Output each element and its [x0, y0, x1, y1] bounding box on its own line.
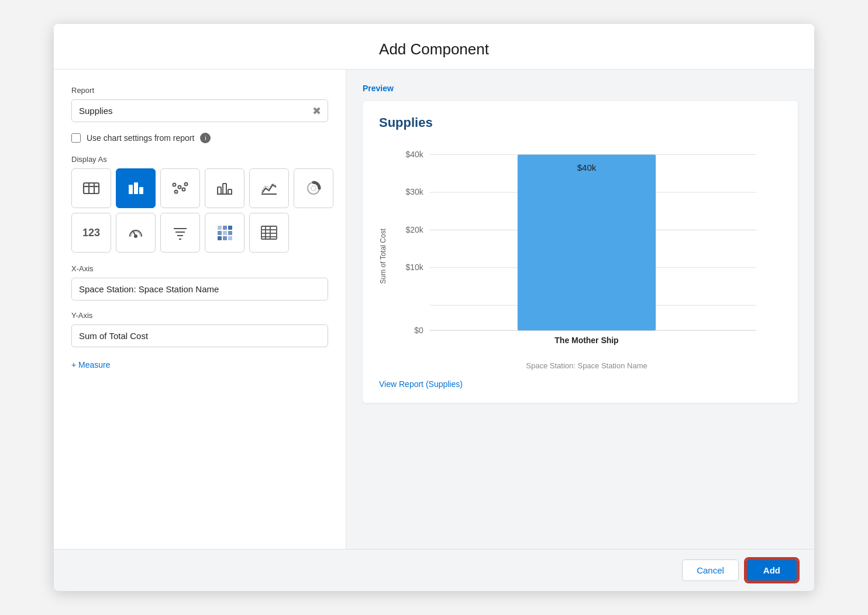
svg-rect-30: [223, 231, 227, 235]
display-type-scatter[interactable]: [160, 168, 200, 208]
svg-rect-5: [134, 182, 138, 194]
svg-rect-26: [218, 226, 222, 230]
display-type-number[interactable]: 123: [71, 213, 111, 253]
info-icon[interactable]: i: [200, 133, 211, 143]
bar-rect: [518, 154, 656, 330]
display-as-label: Display As: [71, 155, 328, 164]
view-report-link[interactable]: View Report (Supplies): [379, 379, 781, 389]
display-type-table[interactable]: [71, 168, 111, 208]
chart-card: Supplies Sum of Total Cost: [363, 101, 798, 403]
xaxis-input[interactable]: [71, 278, 328, 300]
svg-text:$10k: $10k: [405, 262, 423, 272]
right-panel: Preview Supplies Sum of Total Cost: [346, 70, 814, 549]
chart-svg-wrapper: $40k $30k $20k $10k $0 $40k The Mother S…: [392, 142, 781, 370]
chart-body: Sum of Total Cost $40k: [379, 142, 781, 370]
svg-rect-34: [228, 236, 232, 240]
chart-settings-label: Use chart settings from report: [87, 133, 194, 143]
display-type-heatmap[interactable]: [205, 213, 244, 253]
svg-rect-28: [228, 226, 232, 230]
preview-label: Preview: [363, 84, 798, 93]
svg-text:$40k: $40k: [577, 163, 597, 172]
xaxis-input-wrapper: [71, 278, 328, 300]
svg-text:$30k: $30k: [405, 187, 423, 196]
display-type-bar-chart[interactable]: [116, 168, 156, 208]
left-panel: Report ✖ Use chart settings from report …: [54, 70, 346, 549]
report-label: Report: [71, 86, 328, 95]
cancel-button[interactable]: Cancel: [682, 559, 739, 581]
clear-report-icon[interactable]: ✖: [311, 105, 322, 117]
svg-rect-27: [223, 226, 227, 230]
x-axis-title: Space Station: Space Station Name: [392, 361, 781, 370]
yaxis-input-wrapper: [71, 324, 328, 347]
display-type-donut[interactable]: [294, 168, 333, 208]
svg-point-10: [185, 183, 188, 186]
add-component-modal: Add Component Report ✖ Use chart setting…: [54, 24, 814, 591]
add-measure-button[interactable]: + Measure: [71, 360, 111, 369]
svg-rect-0: [84, 183, 99, 194]
svg-rect-12: [218, 187, 221, 194]
svg-rect-6: [139, 187, 143, 194]
chart-settings-checkbox[interactable]: [71, 133, 81, 143]
display-type-gauge[interactable]: [116, 213, 156, 253]
xaxis-label: X-Axis: [71, 264, 328, 273]
report-input[interactable]: [71, 99, 328, 122]
y-axis-label: Sum of Total Cost: [379, 229, 387, 284]
yaxis-label: Y-Axis: [71, 311, 328, 320]
modal-header: Add Component: [54, 24, 814, 70]
modal-body: Report ✖ Use chart settings from report …: [54, 70, 814, 549]
svg-point-9: [182, 188, 185, 191]
svg-text:The Mother Ship: The Mother Ship: [554, 336, 618, 345]
display-type-grid: [71, 168, 328, 208]
svg-text:$0: $0: [414, 326, 423, 335]
add-button[interactable]: Add: [746, 559, 798, 582]
yaxis-input[interactable]: [71, 324, 328, 347]
display-type-grid-table[interactable]: [249, 213, 289, 253]
modal-footer: Cancel Add: [54, 549, 814, 591]
svg-text:$20k: $20k: [405, 225, 423, 234]
svg-point-7: [175, 191, 178, 194]
bar-chart-svg: $40k $30k $20k $10k $0 $40k The Mother S…: [392, 142, 781, 355]
display-type-line-chart[interactable]: [249, 168, 289, 208]
display-type-funnel[interactable]: [160, 213, 200, 253]
chart-title: Supplies: [379, 115, 781, 130]
svg-point-8: [178, 186, 181, 189]
svg-rect-29: [218, 231, 222, 235]
svg-rect-14: [228, 189, 232, 194]
svg-point-11: [173, 184, 176, 186]
yaxis-section: Y-Axis: [71, 311, 328, 347]
xaxis-section: X-Axis: [71, 264, 328, 300]
display-type-grid-row2: 123: [71, 213, 328, 253]
svg-text:$40k: $40k: [405, 150, 423, 159]
svg-point-21: [135, 235, 137, 237]
display-type-column[interactable]: [205, 168, 244, 208]
svg-rect-33: [223, 236, 227, 240]
svg-rect-32: [218, 236, 222, 240]
modal-title: Add Component: [54, 40, 814, 58]
chart-settings-checkbox-row: Use chart settings from report i: [71, 133, 328, 143]
display-as-section: Display As: [71, 155, 328, 253]
svg-rect-31: [228, 231, 232, 235]
svg-point-19: [311, 186, 316, 191]
svg-rect-4: [129, 185, 133, 194]
report-input-wrapper: ✖: [71, 99, 328, 122]
svg-rect-13: [223, 184, 226, 194]
